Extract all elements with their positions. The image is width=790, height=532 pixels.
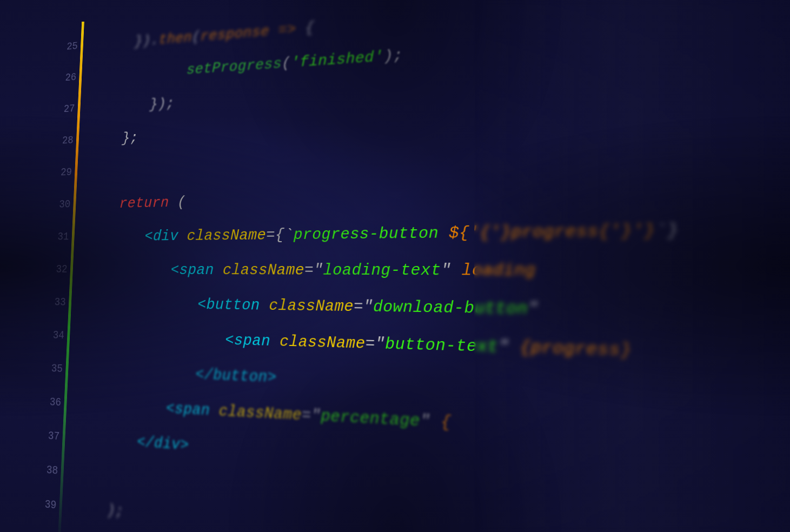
token: button-text bbox=[385, 335, 499, 356]
token bbox=[269, 22, 278, 39]
token: }); bbox=[149, 95, 175, 113]
token: ${'{'} bbox=[449, 223, 512, 243]
line-num-34: 34 bbox=[44, 319, 69, 353]
token: response bbox=[200, 23, 269, 44]
token bbox=[214, 262, 223, 279]
token: { bbox=[441, 413, 451, 433]
token: " bbox=[441, 261, 462, 280]
token bbox=[260, 297, 269, 315]
token: <span bbox=[166, 400, 210, 420]
token: " bbox=[528, 300, 539, 319]
token: progress-button bbox=[294, 224, 439, 244]
token: <div bbox=[144, 228, 178, 245]
line-num-33: 33 bbox=[46, 286, 71, 320]
code-container: 25 26 27 28 29 30 31 32 33 34 35 36 37 3… bbox=[35, 0, 790, 532]
token: =" bbox=[366, 335, 386, 354]
token: ); bbox=[383, 46, 403, 65]
line-num-26: 26 bbox=[57, 62, 81, 95]
token: <span bbox=[170, 262, 214, 279]
line-num-32: 32 bbox=[48, 254, 72, 287]
code-screen: 25 26 27 28 29 30 31 32 33 34 35 36 37 3… bbox=[0, 0, 790, 532]
line-num-28: 28 bbox=[54, 125, 78, 158]
token: loading bbox=[462, 261, 536, 280]
token: { bbox=[296, 19, 314, 38]
token: => bbox=[278, 21, 296, 38]
line-num-30: 30 bbox=[51, 189, 76, 222]
line-num-36: 36 bbox=[41, 385, 67, 421]
line-num-37: 37 bbox=[39, 419, 65, 455]
line-num-25: 25 bbox=[58, 31, 83, 64]
token: ); bbox=[107, 502, 124, 521]
line-num-38: 38 bbox=[38, 453, 63, 489]
token: progress bbox=[511, 222, 599, 242]
token: =" bbox=[304, 261, 323, 279]
token-return: return bbox=[119, 194, 169, 212]
line-num-29: 29 bbox=[52, 156, 77, 189]
token: className bbox=[269, 297, 354, 316]
token bbox=[178, 228, 187, 244]
token: className bbox=[280, 332, 366, 353]
token: then bbox=[158, 29, 192, 48]
token: {'}'} bbox=[598, 221, 655, 241]
token: download-button bbox=[373, 298, 528, 319]
token: `} bbox=[655, 221, 679, 241]
token: {progress} bbox=[520, 338, 632, 361]
line-num-31: 31 bbox=[49, 221, 74, 254]
token: ( bbox=[282, 55, 291, 72]
token: <span bbox=[225, 331, 271, 350]
token: ( bbox=[169, 194, 186, 211]
token: <button bbox=[197, 296, 260, 314]
token: }; bbox=[122, 130, 138, 147]
token: </div> bbox=[137, 433, 189, 454]
token bbox=[439, 224, 449, 242]
code-lines: }).then(response => { setProgress('finis… bbox=[66, 0, 790, 532]
token: ( bbox=[192, 29, 201, 45]
token: =" bbox=[354, 297, 373, 316]
token: }). bbox=[134, 32, 159, 50]
line-num-27: 27 bbox=[55, 93, 79, 126]
token: =" bbox=[302, 406, 321, 425]
token: " bbox=[499, 337, 520, 357]
code-line-32: <span className="loading-text" loading bbox=[82, 250, 790, 292]
line-num-40: 40 bbox=[34, 522, 59, 532]
token: className bbox=[187, 227, 266, 244]
token: </button> bbox=[195, 365, 277, 387]
token: " bbox=[420, 411, 441, 432]
token: loading-text bbox=[323, 261, 441, 280]
token: percentage bbox=[321, 407, 420, 431]
line-num-39: 39 bbox=[36, 487, 61, 524]
token: className bbox=[218, 402, 302, 424]
line-num-35: 35 bbox=[43, 352, 68, 387]
token bbox=[270, 332, 280, 351]
token bbox=[210, 402, 219, 420]
token: ={` bbox=[266, 226, 294, 244]
token: className bbox=[223, 261, 305, 279]
token: setProgress bbox=[187, 55, 282, 78]
token-finished: 'finished' bbox=[291, 48, 384, 71]
